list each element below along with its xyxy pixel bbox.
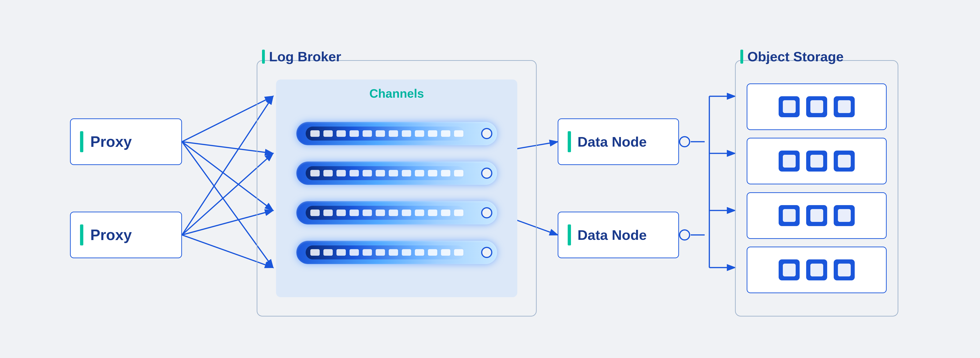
storage-icon-inner [783,155,795,168]
dash [415,130,424,137]
dash [336,170,346,176]
dash [323,249,333,256]
channel-1-connector [481,128,492,139]
dash [375,170,385,176]
datanode1-label: Data Node [578,134,647,150]
dash [389,130,398,137]
dash [336,209,346,216]
channel-2 [296,162,497,185]
dash [310,170,320,176]
channel-3-dashes [310,209,463,216]
object-storage-title: Object Storage [748,49,844,64]
storage-icon-3c [834,205,855,226]
dash [323,170,333,176]
dash [402,209,411,216]
storage-box-4 [747,247,887,293]
dash [350,249,359,256]
storage-icon-3b [806,205,827,226]
storage-icon-inner [810,209,823,222]
dash [389,249,398,256]
storage-icon-1b [806,96,827,117]
dash [415,170,424,176]
storage-icon-1a [779,96,800,117]
storage-icon-4b [806,260,827,280]
channel-4 [296,241,497,264]
datanode2-connector [679,229,690,241]
dash [389,209,398,216]
dash [350,209,359,216]
object-storage-accent-bar [740,50,743,63]
dash [389,170,398,176]
dash [441,209,450,216]
dash [363,249,372,256]
dash [441,249,450,256]
dash [336,249,346,256]
dash [363,209,372,216]
proxy1-accent-bar [80,131,83,152]
storage-icon-inner [838,209,851,222]
dash [375,209,385,216]
channel-4-dashes [310,249,463,256]
storage-icon-inner [838,155,851,168]
datanode2-accent-bar [568,225,571,246]
object-storage-label-group: Object Storage [740,49,844,64]
dash [428,170,437,176]
datanode2-label: Data Node [578,227,647,243]
channel-2-connector [481,168,492,179]
dash [350,130,359,137]
storage-box-3 [747,192,887,239]
datanode1-accent-bar [568,131,571,152]
proxy-box-2: Proxy [70,212,182,258]
object-storage-container: Object Storage [735,60,898,317]
storage-icon-inner [838,264,851,276]
storage-icon-1c [834,96,855,117]
dash [363,130,372,137]
data-node-2: Data Node [558,212,679,258]
dash [310,249,320,256]
storage-icon-inner [783,264,795,276]
channels-title: Channels [369,87,424,100]
channel-3 [296,201,497,225]
log-broker-title: Log Broker [269,49,341,64]
storage-icon-inner [783,209,795,222]
datanode1-connector [679,136,690,147]
dash [415,209,424,216]
dash [415,249,424,256]
log-broker-container: Log Broker Channels [257,60,537,317]
storage-icon-inner [810,100,823,113]
storage-icon-2a [779,150,800,171]
data-node-1: Data Node [558,119,679,165]
storage-icon-inner [810,264,823,276]
channel-2-dashes [310,170,463,176]
dash [323,209,333,216]
dash [336,130,346,137]
storage-icon-inner [783,100,795,113]
dash [363,170,372,176]
dash [310,130,320,137]
proxy2-label: Proxy [90,226,132,244]
diagram-container: Proxy Proxy Log Broker Channels [47,27,933,331]
storage-icon-4a [779,260,800,280]
channel-1 [296,122,497,145]
dash [375,130,385,137]
dash [375,249,385,256]
storage-icon-2c [834,150,855,171]
storage-icon-inner [838,100,851,113]
channel-1-dashes [310,130,463,137]
storage-icon-2b [806,150,827,171]
channels-area: Channels [276,79,517,297]
dash [402,249,411,256]
dash [441,170,450,176]
dash [428,130,437,137]
dash [454,130,463,137]
proxy1-label: Proxy [90,133,132,150]
log-broker-accent-bar [262,50,265,63]
dash [323,130,333,137]
storage-icon-4c [834,260,855,280]
dash [441,130,450,137]
channel-3-connector [481,207,492,219]
dash [454,249,463,256]
diagram-inner: Proxy Proxy Log Broker Channels [70,39,910,319]
proxy2-accent-bar [80,225,83,246]
dash [350,170,359,176]
